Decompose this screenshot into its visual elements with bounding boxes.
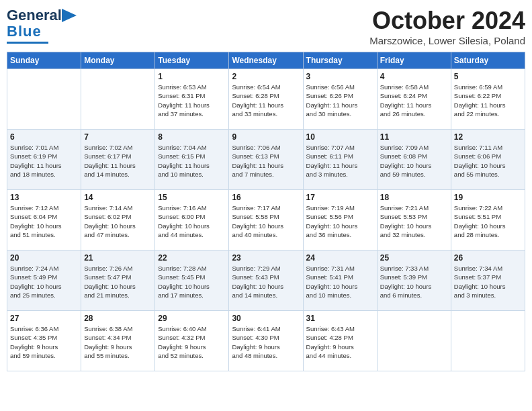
day-info: Sunrise: 7:09 AM Sunset: 6:08 PM Dayligh… xyxy=(380,143,448,179)
day-info: Sunrise: 7:01 AM Sunset: 6:19 PM Dayligh… xyxy=(10,143,78,179)
day-number: 4 xyxy=(380,72,448,81)
day-info: Sunrise: 7:24 AM Sunset: 5:49 PM Dayligh… xyxy=(10,264,78,300)
day-info: Sunrise: 6:43 AM Sunset: 4:28 PM Dayligh… xyxy=(306,324,374,360)
weekday-header-friday: Friday xyxy=(377,52,451,69)
day-info: Sunrise: 6:41 AM Sunset: 4:30 PM Dayligh… xyxy=(232,324,300,360)
calendar-week-2: 6Sunrise: 7:01 AM Sunset: 6:19 PM Daylig… xyxy=(7,130,525,190)
calendar-cell: 10Sunrise: 7:07 AM Sunset: 6:11 PM Dayli… xyxy=(303,130,377,190)
day-number: 24 xyxy=(306,253,374,263)
logo: General Blue xyxy=(7,7,77,44)
day-info: Sunrise: 7:17 AM Sunset: 5:58 PM Dayligh… xyxy=(232,203,300,239)
calendar-cell: 29Sunrise: 6:40 AM Sunset: 4:32 PM Dayli… xyxy=(155,311,229,371)
day-info: Sunrise: 6:58 AM Sunset: 6:24 PM Dayligh… xyxy=(380,83,448,118)
day-number: 18 xyxy=(380,193,448,202)
day-info: Sunrise: 6:40 AM Sunset: 4:32 PM Dayligh… xyxy=(158,324,226,360)
weekday-header-tuesday: Tuesday xyxy=(155,52,229,69)
day-info: Sunrise: 6:56 AM Sunset: 6:26 PM Dayligh… xyxy=(306,83,374,118)
calendar-cell: 18Sunrise: 7:21 AM Sunset: 5:53 PM Dayli… xyxy=(377,190,451,250)
day-info: Sunrise: 7:14 AM Sunset: 6:02 PM Dayligh… xyxy=(84,203,152,239)
weekday-header-thursday: Thursday xyxy=(303,52,377,69)
day-info: Sunrise: 6:53 AM Sunset: 6:31 PM Dayligh… xyxy=(158,83,226,118)
calendar-cell: 23Sunrise: 7:29 AM Sunset: 5:43 PM Dayli… xyxy=(229,250,303,311)
calendar-week-4: 20Sunrise: 7:24 AM Sunset: 5:49 PM Dayli… xyxy=(7,250,525,311)
day-number: 10 xyxy=(306,132,374,142)
day-info: Sunrise: 6:59 AM Sunset: 6:22 PM Dayligh… xyxy=(454,83,522,118)
weekday-header-wednesday: Wednesday xyxy=(229,52,303,69)
day-info: Sunrise: 7:26 AM Sunset: 5:47 PM Dayligh… xyxy=(84,264,152,300)
day-number: 2 xyxy=(232,72,300,81)
calendar-cell: 30Sunrise: 6:41 AM Sunset: 4:30 PM Dayli… xyxy=(229,311,303,371)
day-info: Sunrise: 7:29 AM Sunset: 5:43 PM Dayligh… xyxy=(232,264,300,300)
day-number: 3 xyxy=(306,72,374,81)
day-number: 27 xyxy=(10,314,78,323)
day-number: 6 xyxy=(10,132,78,142)
calendar-week-3: 13Sunrise: 7:12 AM Sunset: 6:04 PM Dayli… xyxy=(7,190,525,250)
calendar-cell: 5Sunrise: 6:59 AM Sunset: 6:22 PM Daylig… xyxy=(451,69,525,130)
day-info: Sunrise: 7:31 AM Sunset: 5:41 PM Dayligh… xyxy=(306,264,374,300)
calendar-cell: 2Sunrise: 6:54 AM Sunset: 6:28 PM Daylig… xyxy=(229,69,303,130)
weekday-header-sunday: Sunday xyxy=(7,52,81,69)
logo-text-general: General xyxy=(7,7,62,24)
calendar-cell: 17Sunrise: 7:19 AM Sunset: 5:56 PM Dayli… xyxy=(303,190,377,250)
location: Marszowice, Lower Silesia, Poland xyxy=(369,35,525,46)
logo-underline xyxy=(7,42,48,44)
day-info: Sunrise: 7:19 AM Sunset: 5:56 PM Dayligh… xyxy=(306,203,374,239)
calendar-cell: 13Sunrise: 7:12 AM Sunset: 6:04 PM Dayli… xyxy=(7,190,81,250)
day-info: Sunrise: 6:36 AM Sunset: 4:35 PM Dayligh… xyxy=(10,324,78,360)
calendar-cell: 20Sunrise: 7:24 AM Sunset: 5:49 PM Dayli… xyxy=(7,250,81,311)
calendar-cell: 26Sunrise: 7:34 AM Sunset: 5:37 PM Dayli… xyxy=(451,250,525,311)
day-number: 26 xyxy=(454,253,522,263)
day-number: 16 xyxy=(232,193,300,202)
month-title: October 2024 xyxy=(369,7,525,35)
day-info: Sunrise: 7:22 AM Sunset: 5:51 PM Dayligh… xyxy=(454,203,522,239)
day-info: Sunrise: 7:04 AM Sunset: 6:15 PM Dayligh… xyxy=(158,143,226,179)
day-info: Sunrise: 7:06 AM Sunset: 6:13 PM Dayligh… xyxy=(232,143,300,179)
calendar-cell: 7Sunrise: 7:02 AM Sunset: 6:17 PM Daylig… xyxy=(81,130,155,190)
calendar-cell: 8Sunrise: 7:04 AM Sunset: 6:15 PM Daylig… xyxy=(155,130,229,190)
weekday-header-monday: Monday xyxy=(81,52,155,69)
day-number: 13 xyxy=(10,193,78,202)
calendar-cell: 4Sunrise: 6:58 AM Sunset: 6:24 PM Daylig… xyxy=(377,69,451,130)
day-number: 11 xyxy=(380,132,448,142)
day-number: 8 xyxy=(158,132,226,142)
calendar-cell: 12Sunrise: 7:11 AM Sunset: 6:06 PM Dayli… xyxy=(451,130,525,190)
calendar-week-5: 27Sunrise: 6:36 AM Sunset: 4:35 PM Dayli… xyxy=(7,311,525,371)
day-info: Sunrise: 7:02 AM Sunset: 6:17 PM Dayligh… xyxy=(84,143,152,179)
day-info: Sunrise: 7:21 AM Sunset: 5:53 PM Dayligh… xyxy=(380,203,448,239)
day-number: 7 xyxy=(84,132,152,142)
day-info: Sunrise: 6:54 AM Sunset: 6:28 PM Dayligh… xyxy=(232,83,300,118)
day-number: 19 xyxy=(454,193,522,202)
calendar-cell: 14Sunrise: 7:14 AM Sunset: 6:02 PM Dayli… xyxy=(81,190,155,250)
day-number: 14 xyxy=(84,193,152,202)
calendar-table: SundayMondayTuesdayWednesdayThursdayFrid… xyxy=(7,52,525,371)
day-number: 1 xyxy=(158,72,226,81)
day-number: 5 xyxy=(454,72,522,81)
calendar-cell: 25Sunrise: 7:33 AM Sunset: 5:39 PM Dayli… xyxy=(377,250,451,311)
weekday-header-row: SundayMondayTuesdayWednesdayThursdayFrid… xyxy=(7,52,525,69)
calendar-cell xyxy=(7,69,81,130)
day-number: 17 xyxy=(306,193,374,202)
calendar-cell: 16Sunrise: 7:17 AM Sunset: 5:58 PM Dayli… xyxy=(229,190,303,250)
day-number: 31 xyxy=(306,314,374,323)
day-number: 23 xyxy=(232,253,300,263)
day-info: Sunrise: 6:38 AM Sunset: 4:34 PM Dayligh… xyxy=(84,324,152,360)
day-number: 29 xyxy=(158,314,226,323)
day-number: 9 xyxy=(232,132,300,142)
day-info: Sunrise: 7:33 AM Sunset: 5:39 PM Dayligh… xyxy=(380,264,448,300)
day-number: 20 xyxy=(10,253,78,263)
day-number: 30 xyxy=(232,314,300,323)
day-number: 25 xyxy=(380,253,448,263)
calendar-cell: 31Sunrise: 6:43 AM Sunset: 4:28 PM Dayli… xyxy=(303,311,377,371)
calendar-cell: 15Sunrise: 7:16 AM Sunset: 6:00 PM Dayli… xyxy=(155,190,229,250)
logo-arrow-icon xyxy=(62,9,77,22)
weekday-header-saturday: Saturday xyxy=(451,52,525,69)
day-info: Sunrise: 7:28 AM Sunset: 5:45 PM Dayligh… xyxy=(158,264,226,300)
day-number: 21 xyxy=(84,253,152,263)
calendar-cell xyxy=(451,311,525,371)
calendar-cell: 1Sunrise: 6:53 AM Sunset: 6:31 PM Daylig… xyxy=(155,69,229,130)
day-info: Sunrise: 7:16 AM Sunset: 6:00 PM Dayligh… xyxy=(158,203,226,239)
day-info: Sunrise: 7:07 AM Sunset: 6:11 PM Dayligh… xyxy=(306,143,374,179)
calendar-cell xyxy=(81,69,155,130)
day-number: 28 xyxy=(84,314,152,323)
calendar-cell: 9Sunrise: 7:06 AM Sunset: 6:13 PM Daylig… xyxy=(229,130,303,190)
